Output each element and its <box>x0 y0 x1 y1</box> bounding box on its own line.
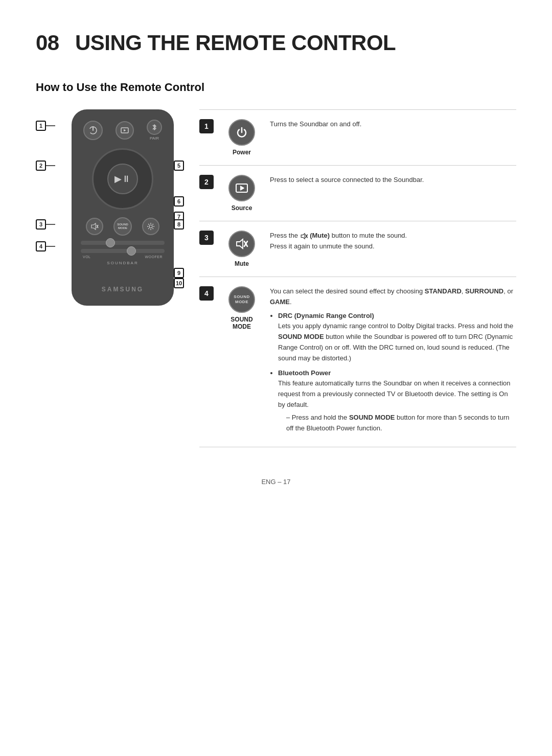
vol-slider[interactable] <box>81 241 165 245</box>
section-title: How to Use the Remote Control <box>36 81 516 94</box>
source-icon-label: Source <box>232 204 252 212</box>
playpause-icon: ▶⏸ <box>114 173 131 185</box>
dpad-outer[interactable]: ▶⏸ <box>92 148 153 210</box>
woofer-slider[interactable] <box>81 249 165 253</box>
remote-mid-row: SOUNDMODE <box>81 217 165 236</box>
svg-marker-16 <box>237 239 243 248</box>
chapter-number: 08 <box>36 31 59 55</box>
drc-bullet: DRC (Dynamic Range Control) Lets you app… <box>278 311 516 364</box>
drc-title: DRC (Dynamic Range Control) <box>278 312 374 319</box>
dpad-inner-playpause[interactable]: ▶⏸ <box>107 164 138 194</box>
remote-body: PAIR ▶⏸ <box>72 109 174 306</box>
mute-icon-label: Mute <box>235 260 249 267</box>
svg-point-7 <box>150 223 151 224</box>
content-area: 1 2 3 4 5 6 7 <box>36 109 516 447</box>
table-row-power: 1 Power Turns the Soundbar on and off. <box>199 109 516 165</box>
callout-1: 1 <box>36 121 55 131</box>
row-number-1: 1 <box>199 119 214 133</box>
bluetooth-power-sub-item: Press and hold the SOUND MODE button for… <box>286 413 516 434</box>
footer-text: ENG – 17 <box>261 478 290 486</box>
svg-point-10 <box>153 226 154 227</box>
svg-marker-19 <box>301 233 305 239</box>
callout-number-9: 9 <box>174 268 184 278</box>
title-text: USING THE REMOTE CONTROL <box>75 31 396 55</box>
callout-4: 4 <box>36 241 55 251</box>
samsung-logo: SAMSUNG <box>102 286 144 293</box>
callout-number-2: 2 <box>36 161 46 171</box>
row-desc-mute: Press the (Mute) button to mute the soun… <box>270 231 516 252</box>
mute-bold-label: (Mute) <box>310 232 330 239</box>
sound-mode-icon-small: SOUNDMODE <box>113 217 132 236</box>
row-icon-sound-mode: SOUNDMODE SOUND MODE <box>224 286 260 330</box>
table-row-sound-mode: 4 SOUNDMODE SOUND MODE You can select th… <box>199 277 516 447</box>
callout-line-1 <box>46 125 55 126</box>
svg-point-14 <box>148 228 149 229</box>
source-icon-circle <box>228 175 255 201</box>
row-number-3: 3 <box>199 231 214 245</box>
row-icon-mute: Mute <box>224 231 260 267</box>
row-icon-source: Source <box>224 175 260 212</box>
callout-line-4 <box>46 246 55 247</box>
callout-3: 3 <box>36 219 55 230</box>
callout-number-4: 4 <box>36 241 46 251</box>
bluetooth-button[interactable]: PAIR <box>147 120 162 141</box>
power-icon-circle <box>228 119 255 146</box>
row-icon-power: Power <box>224 119 260 156</box>
callout-number-5: 5 <box>174 161 184 171</box>
callout-number-10: 10 <box>174 278 184 288</box>
svg-point-8 <box>150 229 151 230</box>
bluetooth-power-sub: Press and hold the SOUND MODE button for… <box>278 413 516 434</box>
power-icon-label: Power <box>233 149 251 156</box>
bluetooth-power-title: Bluetooth Power <box>278 369 331 377</box>
callout-2: 2 <box>36 161 55 171</box>
power-button[interactable] <box>83 121 103 140</box>
vol-woofer-labels: VOL WOOFER <box>81 255 165 259</box>
callout-number-8: 8 <box>174 219 184 230</box>
row-desc-source: Press to select a source connected to th… <box>270 175 516 186</box>
soundbar-label: SOUNDBAR <box>81 261 165 265</box>
row-number-4: 4 <box>199 286 214 301</box>
volume-woofer-row: VOL WOOFER SOUNDBAR <box>81 241 165 265</box>
bluetooth-pair-label: PAIR <box>150 136 159 141</box>
svg-point-9 <box>147 226 148 227</box>
row-desc-sound-mode: You can select the desired sound effect … <box>270 286 516 438</box>
page-title: 08 USING THE REMOTE CONTROL <box>36 31 516 55</box>
svg-point-6 <box>149 225 152 228</box>
svg-point-11 <box>148 224 149 225</box>
table-row-mute: 3 Mute Press the <box>199 221 516 277</box>
bluetooth-power-bullet: Bluetooth Power This feature automatical… <box>278 368 516 434</box>
row-number-2: 2 <box>199 175 214 189</box>
svg-marker-3 <box>91 223 96 230</box>
vol-label: VOL <box>83 255 91 259</box>
sound-mode-intro: You can select the desired sound effect … <box>270 286 516 308</box>
sound-mode-button-mid[interactable]: SOUNDMODE <box>113 217 132 236</box>
callout-line-2 <box>46 165 55 166</box>
remote-illustration: 1 2 3 4 5 6 7 <box>36 109 184 306</box>
dpad: ▶⏸ <box>92 148 153 210</box>
woofer-label: WOOFER <box>145 255 163 259</box>
callout-number-3: 3 <box>36 219 46 230</box>
settings-button[interactable] <box>142 218 159 235</box>
sound-mode-bullets: DRC (Dynamic Range Control) Lets you app… <box>270 311 516 434</box>
callout-number-1: 1 <box>36 121 46 131</box>
row-desc-power: Turns the Soundbar on and off. <box>270 119 516 130</box>
mute-button[interactable] <box>86 218 103 235</box>
table-row-source: 2 Source Press to select a source connec… <box>199 165 516 221</box>
sound-mode-icon-circle: SOUNDMODE <box>228 286 255 313</box>
callout-line-3 <box>46 224 55 225</box>
mute-icon-circle <box>228 231 255 257</box>
button-descriptions-table: 1 Power Turns the Soundbar on and off. 2 <box>199 109 516 447</box>
sound-mode-icon-label: SOUND MODE <box>224 316 260 330</box>
remote-top-row: PAIR <box>81 120 165 141</box>
source-button[interactable] <box>116 121 134 140</box>
svg-point-13 <box>152 224 153 225</box>
callout-number-6: 6 <box>174 196 184 207</box>
svg-point-12 <box>152 228 153 229</box>
page-footer: ENG – 17 <box>36 478 516 486</box>
